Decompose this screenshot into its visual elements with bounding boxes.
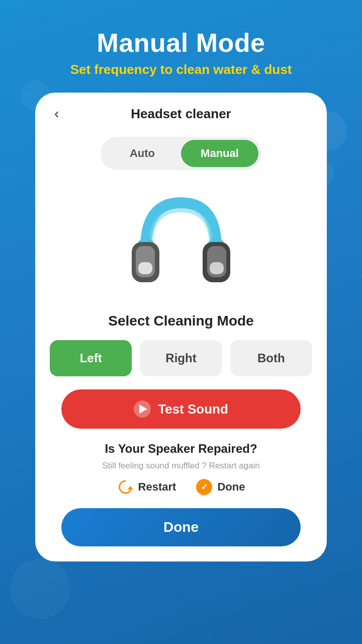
play-triangle [139,405,147,414]
headset-svg [126,188,236,298]
mode-right-button[interactable]: Right [140,340,222,376]
done-check-icon: ✓ [196,479,212,495]
header-section: Manual Mode Set frequency to clean water… [70,0,292,77]
done-button[interactable]: Done [61,508,301,546]
back-button[interactable]: ‹ [49,105,64,123]
svg-rect-6 [138,262,152,274]
done-action[interactable]: ✓ Done [196,479,245,495]
toggle-auto[interactable]: Auto [104,140,181,167]
mode-buttons-group: Left Right Both [50,340,312,376]
restart-action[interactable]: Restart [117,479,176,495]
svg-rect-9 [210,262,224,274]
headset-image [121,185,241,301]
toggle-manual[interactable]: Manual [181,140,258,167]
restart-label: Restart [138,480,176,494]
restart-icon [117,479,133,495]
repaired-subtitle: Still feeling sound muffled ? Restart ag… [102,461,259,471]
svg-marker-10 [127,486,133,490]
page-title: Manual Mode [97,28,265,58]
repaired-section: Is Your Speaker Repaired? Still feeling … [102,442,259,495]
card-title: Headset cleaner [131,106,231,122]
test-sound-button[interactable]: Test Sound [61,389,301,429]
mode-left-button[interactable]: Left [50,340,132,376]
card-topbar: ‹ Headset cleaner [35,93,327,132]
mode-toggle[interactable]: Auto Manual [101,137,261,170]
play-icon [134,400,151,418]
test-sound-label: Test Sound [158,401,228,417]
repaired-actions: Restart ✓ Done [117,479,245,495]
deco-bubble-3 [10,558,70,619]
repaired-title: Is Your Speaker Repaired? [105,442,257,456]
done-action-label: Done [217,480,245,494]
page-subtitle: Set frequency to clean water & dust [70,62,292,77]
section-label: Select Cleaning Mode [108,313,253,329]
mode-both-button[interactable]: Both [230,340,312,376]
phone-card: ‹ Headset cleaner Auto Manual [35,93,327,561]
